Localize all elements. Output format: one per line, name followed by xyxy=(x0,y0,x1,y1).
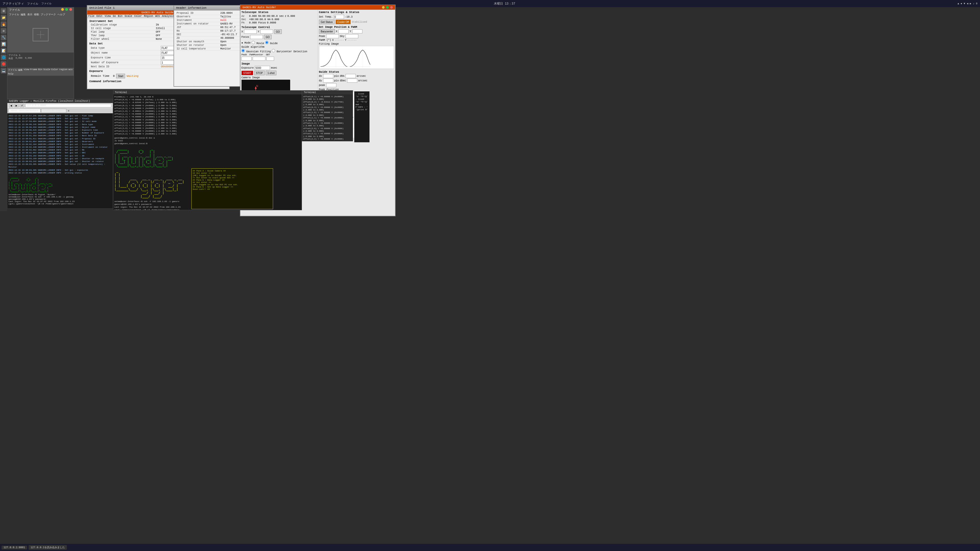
dec-row: DEC -05:43:21.7 xyxy=(175,33,243,37)
taskbar-status: 127.0.0.1を読み込みました xyxy=(29,545,67,550)
guide-status-values: dx pix dRA arcsec dy pix dDec arcsec xyxy=(319,74,394,87)
launcher-icon-10[interactable]: 💻 xyxy=(1,68,6,73)
set-temp-value2: -10.3 xyxy=(345,16,353,18)
image-exposure-input[interactable] xyxy=(255,66,270,70)
guider-ssh-lines: setme@user-Interface:~$ figlet 'Guider' … xyxy=(8,193,112,205)
gaussian-fitting-radio[interactable] xyxy=(242,49,245,52)
right-terminal-content: offset(0,1) = +0.00000 V (0x8000) (-3.00… xyxy=(302,94,353,141)
stop-btn[interactable]: STOP xyxy=(254,71,265,75)
dy-row: dy pix dDec arcsec xyxy=(319,79,368,83)
launcher-icon-6[interactable]: 📊 xyxy=(1,41,6,47)
shutter-nasmyth-row: Shutter on nasmyth Open xyxy=(175,40,243,44)
image-x-input[interactable] xyxy=(339,29,348,33)
launcher-icon-9[interactable]: 🔴 xyxy=(1,61,6,67)
ff-forward-btn[interactable]: ▶ xyxy=(14,104,19,107)
image-control-btns: START STOP 1-shot xyxy=(242,71,317,75)
remain-time-value: 0 xyxy=(113,75,115,78)
header-info-content: Proposal ID 22B-0004 Observers Tajitsu I… xyxy=(174,11,245,52)
dx-input[interactable] xyxy=(323,74,333,78)
one-shot-btn[interactable]: 1-shot xyxy=(266,71,277,75)
fwhm-input[interactable] xyxy=(253,57,266,61)
datetime: 木曜日 13：37 xyxy=(494,2,515,6)
new-tab-btn[interactable]: + xyxy=(67,109,70,113)
set-temp-label: Set Temp. xyxy=(319,16,333,18)
telescope-go-btn[interactable]: GO xyxy=(274,29,282,34)
cooler-off-btn[interactable]: Cooler Off xyxy=(336,20,351,24)
zd-row: ZD 40.000000 xyxy=(175,37,243,40)
guide-algo-options: Gaussian Fitting Barycenter Detection xyxy=(242,49,317,53)
telescope-x-input[interactable] xyxy=(244,30,257,34)
status-icons: ▲ ● ▼ ◀ ▶ ♪ 0 xyxy=(958,2,977,5)
sbt-input[interactable] xyxy=(266,57,274,61)
peak-val-input[interactable] xyxy=(326,34,339,38)
dra-input[interactable] xyxy=(345,74,356,78)
gaoes-sai: J1 5422 xyxy=(115,139,301,142)
get-status-btn[interactable]: Get Status xyxy=(319,20,334,24)
image-y-input[interactable] xyxy=(352,29,363,33)
barycenter-btn[interactable]: Barycenter xyxy=(319,29,335,34)
guide-radio[interactable] xyxy=(265,41,269,44)
file-manager-name: ファイル xyxy=(9,8,20,12)
header-info-title: Header information xyxy=(176,6,207,10)
telescope-status-label: Telescope Status xyxy=(242,11,317,14)
file-manager-panel: ファイル ファイル 編集 表示 移動 ブックマーク ヘルプ ファイル 1 角度0… xyxy=(7,7,74,99)
activities-btn[interactable]: アクティビティ xyxy=(3,2,24,6)
ddec-input[interactable] xyxy=(347,79,357,83)
logger-terminal-header: GAESRV Logger — Mozilla Firefox (localho… xyxy=(7,99,113,103)
ag-max-btn[interactable] xyxy=(386,6,389,9)
file-window-controls xyxy=(61,8,72,12)
launcher-icon-4[interactable]: ⚙ xyxy=(1,28,6,34)
menu-file[interactable]: ファイル xyxy=(41,2,52,5)
set-temp-input[interactable] xyxy=(334,15,344,19)
fitting-image-display xyxy=(319,46,394,69)
start-button[interactable]: Start xyxy=(116,74,125,78)
peak-guide-input[interactable] xyxy=(326,83,336,87)
auto-guider-title: GAOES-RV Auto Guider xyxy=(242,6,276,9)
image-section-label: Image xyxy=(242,62,317,65)
launcher-icon-3[interactable]: 🔥 xyxy=(1,21,6,27)
movie-radio[interactable] xyxy=(251,41,255,44)
close-btn[interactable] xyxy=(69,8,72,11)
peak-input[interactable] xyxy=(242,57,251,61)
ff-back-btn[interactable]: ◀ xyxy=(9,104,13,107)
launcher-icon-1[interactable]: 🖥 xyxy=(1,8,6,14)
tab-session-restore[interactable]: about:sessionrestore xyxy=(8,109,41,113)
movie-label[interactable]: Movie xyxy=(251,41,264,45)
launcher-icon-2[interactable]: 📁 xyxy=(1,15,6,21)
waiting-status: Waiting xyxy=(127,75,138,78)
auto-guider-titlebar: GAOES-RV Auto Guider xyxy=(240,5,395,10)
guide-dx-section: dx pix dRA arcsec dy pix dDec arcsec xyxy=(319,74,368,87)
firefox-toolbar: ◀ ▶ ↺ 127.0.0.1:8080 xyxy=(7,103,113,108)
header-info-table: Proposal ID 22B-0004 Observers Tajitsu I… xyxy=(175,11,243,51)
launcher-icon-7[interactable]: 📝 xyxy=(1,48,6,54)
file-manager-title: ファイル xyxy=(7,7,74,12)
far-right-shell-content: - lised 's/ *S//g' - lised 's/ *S//g' aw… xyxy=(355,92,369,112)
gaoes-prompt: gaoes@gaoes_control local:$ xyxy=(115,142,301,145)
sky-input[interactable] xyxy=(345,34,358,38)
tab-gaoes-logger[interactable]: GAOES-RV Logger xyxy=(41,109,66,113)
proposal-id-row: Proposal ID 22B-0004 xyxy=(175,11,243,15)
image-pos-row: Barycenter X Y xyxy=(319,29,394,34)
focus-control-row: Focus GO xyxy=(242,35,317,39)
dy-input[interactable] xyxy=(323,79,333,83)
ff-reload-btn[interactable]: ↺ xyxy=(20,104,24,107)
minimize-btn[interactable] xyxy=(61,8,64,11)
ag-close-btn[interactable] xyxy=(390,6,393,9)
launcher-icon-8[interactable]: 🌐 xyxy=(1,55,6,60)
focus-go-btn[interactable]: GO xyxy=(264,35,272,39)
ff-url-bar[interactable]: 127.0.0.1:8080 xyxy=(25,104,111,107)
launcher-icon-5[interactable]: 🔧 xyxy=(1,35,6,40)
instrument-rotator-row: Instrument on rotator GAOES-RV xyxy=(175,22,243,26)
start-imaging-btn[interactable]: START xyxy=(242,71,253,75)
file-info: ファイル 1 角度0,0000,000 xyxy=(7,52,74,61)
taskbar-url[interactable]: 127.0.0.1:8001 xyxy=(2,546,27,549)
maximize-btn[interactable] xyxy=(65,8,68,11)
ag-min-btn[interactable] xyxy=(382,6,385,9)
guide-label[interactable]: Guide xyxy=(265,41,278,45)
taskbar-bottom: 127.0.0.1:8001 127.0.0.1を読み込みました xyxy=(0,544,980,551)
barycenter-radio[interactable] xyxy=(272,49,275,52)
far-right-shell: - lised 's/ *S//g' - lised 's/ *S//g' aw… xyxy=(354,91,369,142)
telescope-y-input[interactable] xyxy=(260,30,273,34)
focus-input[interactable] xyxy=(250,35,263,39)
telescope-control-label: Telescope Control xyxy=(242,26,317,29)
